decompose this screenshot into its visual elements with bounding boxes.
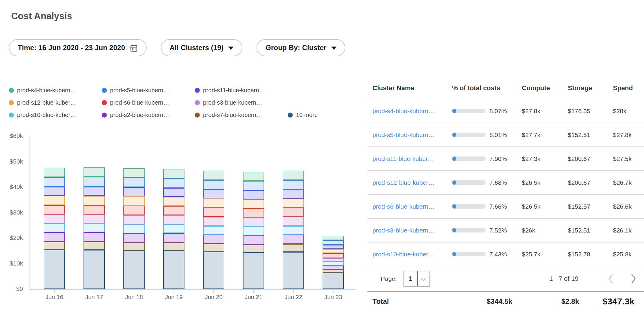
bar-segment-prod-s4-blue-kubern-jun-22[interactable]: [283, 171, 304, 180]
bar-segment-prod-s10-blue-kuber-jun-17[interactable]: [84, 223, 105, 232]
bar-segment-prod-s6-blue-kubern-jun-18[interactable]: [123, 206, 145, 215]
legend-item-prod-s5-blue-kubern[interactable]: prod-s5-blue-kubern…: [102, 86, 195, 94]
bar-segment-prod-s2-blue-kubern-jun-16[interactable]: [44, 232, 65, 242]
bar-segment-prod-s12-blue-kuber-jun-17[interactable]: [84, 196, 105, 205]
cluster-name-link[interactable]: prod-s10-blue-kuber…: [372, 251, 452, 258]
bar-segment-prod-s3-blue-kubern-jun-18[interactable]: [123, 215, 145, 224]
bar-segment-prod-s11-blue-kubern-jun-18[interactable]: [123, 187, 145, 196]
bar-segment-prod-s4-blue-kubern-jun-21[interactable]: [243, 172, 264, 181]
previous-page-button[interactable]: [608, 274, 614, 284]
bar-segment-prod-s6-blue-kubern-jun-19[interactable]: [163, 206, 184, 215]
bar-segment-prod-s3-blue-kubern-jun-17[interactable]: [84, 215, 105, 223]
bar-segment-prod-s7-blue-kubern-jun-23[interactable]: [323, 269, 344, 273]
bar-segment-10-more-jun-17[interactable]: [84, 250, 105, 289]
bar-segment-prod-s11-blue-kubern-jun-16[interactable]: [44, 187, 65, 196]
bar-segment-prod-s7-blue-kubern-jun-19[interactable]: [163, 243, 184, 250]
time-range-button[interactable]: Time: 16 Jun 2020 - 23 Jun 2020: [9, 39, 147, 56]
bar-segment-prod-s5-blue-kubern-jun-17[interactable]: [84, 177, 105, 187]
bar-segment-prod-s7-blue-kubern-jun-20[interactable]: [203, 244, 224, 252]
bar-segment-prod-s5-blue-kubern-jun-20[interactable]: [203, 180, 224, 189]
bar-segment-prod-s3-blue-kubern-jun-22[interactable]: [283, 217, 304, 226]
cluster-name-link[interactable]: prod-s12-blue-kuber…: [372, 179, 452, 186]
bar-segment-prod-s6-blue-kubern-jun-21[interactable]: [243, 208, 264, 217]
cluster-name-link[interactable]: prod-s11-blue-kuber…: [372, 155, 452, 162]
bar-segment-prod-s11-blue-kubern-jun-22[interactable]: [283, 190, 304, 199]
bar-segment-prod-s7-blue-kubern-jun-18[interactable]: [123, 243, 145, 250]
legend-item-prod-s12-blue-kuber[interactable]: prod-s12-blue-kuber…: [9, 99, 102, 107]
bar-segment-prod-s5-blue-kubern-jun-23[interactable]: [323, 240, 344, 245]
bar-segment-prod-s4-blue-kubern-jun-19[interactable]: [163, 169, 184, 178]
bar-segment-prod-s3-blue-kubern-jun-23[interactable]: [323, 258, 344, 262]
bar-segment-prod-s4-blue-kubern-jun-18[interactable]: [123, 168, 145, 177]
legend-item-prod-s11-blue-kubern[interactable]: prod-s11-blue-kubern…: [195, 86, 288, 94]
bar-segment-prod-s12-blue-kuber-jun-20[interactable]: [203, 198, 224, 207]
bar-segment-prod-s7-blue-kubern-jun-17[interactable]: [84, 242, 105, 250]
cluster-name-link[interactable]: prod-s6-blue-kubern…: [372, 203, 452, 210]
bar-segment-prod-s11-blue-kubern-jun-23[interactable]: [323, 245, 344, 249]
bar-segment-prod-s2-blue-kubern-jun-22[interactable]: [283, 235, 304, 244]
bar-segment-prod-s6-blue-kubern-jun-16[interactable]: [44, 205, 65, 215]
bar-segment-prod-s3-blue-kubern-jun-20[interactable]: [203, 217, 224, 226]
bar-segment-10-more-jun-19[interactable]: [163, 250, 184, 289]
legend-item-prod-s6-blue-kubern[interactable]: prod-s6-blue-kubern…: [102, 99, 195, 107]
legend-item-prod-s2-blue-kubern[interactable]: prod-s2-blue-kubern…: [102, 111, 195, 119]
bar-segment-prod-s12-blue-kuber-jun-21[interactable]: [243, 199, 264, 208]
cluster-filter-dropdown[interactable]: All Clusters (19): [161, 39, 243, 56]
bar-segment-prod-s4-blue-kubern-jun-16[interactable]: [44, 168, 65, 177]
legend-item-prod-s7-blue-kubern[interactable]: prod-s7-blue-kubern…: [195, 111, 288, 119]
bar-segment-prod-s4-blue-kubern-jun-20[interactable]: [203, 171, 224, 180]
bar-segment-prod-s10-blue-kuber-jun-22[interactable]: [283, 226, 304, 235]
cluster-name-link[interactable]: prod-s3-blue-kubern…: [372, 227, 452, 234]
bar-segment-prod-s2-blue-kubern-jun-18[interactable]: [123, 233, 145, 243]
bar-segment-prod-s6-blue-kubern-jun-23[interactable]: [323, 253, 344, 258]
bar-segment-prod-s11-blue-kubern-jun-19[interactable]: [163, 188, 184, 197]
bar-segment-prod-s7-blue-kubern-jun-21[interactable]: [243, 245, 264, 252]
group-by-dropdown[interactable]: Group By: Cluster: [256, 39, 345, 56]
bar-segment-prod-s6-blue-kubern-jun-20[interactable]: [203, 207, 224, 217]
legend-item-prod-s10-blue-kuber[interactable]: prod-s10-blue-kuber…: [9, 111, 102, 119]
bar-segment-prod-s11-blue-kubern-jun-17[interactable]: [84, 187, 105, 196]
bar-segment-prod-s3-blue-kubern-jun-21[interactable]: [243, 217, 264, 226]
bar-segment-10-more-jun-21[interactable]: [243, 252, 264, 289]
bar-segment-prod-s10-blue-kuber-jun-21[interactable]: [243, 226, 264, 235]
bar-segment-prod-s12-blue-kuber-jun-22[interactable]: [283, 199, 304, 207]
bar-segment-prod-s11-blue-kubern-jun-20[interactable]: [203, 189, 224, 198]
bar-segment-prod-s10-blue-kuber-jun-18[interactable]: [123, 224, 145, 233]
bar-segment-prod-s6-blue-kubern-jun-17[interactable]: [84, 205, 105, 215]
cluster-name-link[interactable]: prod-s5-blue-kubern…: [372, 131, 452, 138]
bar-segment-prod-s12-blue-kuber-jun-18[interactable]: [123, 196, 145, 206]
bar-segment-prod-s4-blue-kubern-jun-23[interactable]: [323, 236, 344, 240]
legend-item-prod-s4-blue-kubern[interactable]: prod-s4-blue-kubern…: [9, 86, 102, 94]
bar-segment-10-more-jun-16[interactable]: [44, 250, 65, 289]
bar-segment-10-more-jun-18[interactable]: [123, 250, 145, 289]
bar-segment-prod-s2-blue-kubern-jun-21[interactable]: [243, 235, 264, 245]
bar-segment-prod-s12-blue-kuber-jun-19[interactable]: [163, 197, 184, 206]
bar-segment-prod-s4-blue-kubern-jun-17[interactable]: [84, 167, 105, 177]
bar-segment-prod-s2-blue-kubern-jun-23[interactable]: [323, 266, 344, 269]
bar-segment-prod-s12-blue-kuber-jun-23[interactable]: [323, 249, 344, 253]
bar-segment-prod-s11-blue-kubern-jun-21[interactable]: [243, 190, 264, 199]
bar-segment-10-more-jun-22[interactable]: [283, 252, 304, 289]
page-select[interactable]: 1: [403, 271, 430, 287]
legend-item-10-more[interactable]: 10 more: [288, 111, 318, 119]
bar-segment-prod-s2-blue-kubern-jun-17[interactable]: [84, 232, 105, 242]
bar-segment-prod-s5-blue-kubern-jun-19[interactable]: [163, 178, 184, 188]
bar-segment-prod-s5-blue-kubern-jun-21[interactable]: [243, 181, 264, 190]
bar-segment-10-more-jun-23[interactable]: [323, 273, 344, 289]
legend-item-prod-s3-blue-kubern[interactable]: prod-s3-blue-kubern…: [195, 99, 288, 107]
bar-segment-prod-s3-blue-kubern-jun-16[interactable]: [44, 215, 65, 224]
bar-segment-prod-s2-blue-kubern-jun-19[interactable]: [163, 233, 184, 243]
bar-segment-prod-s10-blue-kuber-jun-23[interactable]: [323, 262, 344, 265]
bar-segment-10-more-jun-20[interactable]: [203, 252, 224, 289]
cluster-name-link[interactable]: prod-s4-blue-kubern…: [372, 108, 452, 115]
bar-segment-prod-s12-blue-kuber-jun-16[interactable]: [44, 196, 65, 205]
next-page-button[interactable]: [631, 274, 636, 284]
bar-segment-prod-s7-blue-kubern-jun-22[interactable]: [283, 244, 304, 252]
bar-segment-prod-s10-blue-kuber-jun-20[interactable]: [203, 226, 224, 235]
bar-segment-prod-s3-blue-kubern-jun-19[interactable]: [163, 215, 184, 224]
bar-segment-prod-s5-blue-kubern-jun-16[interactable]: [44, 177, 65, 187]
bar-segment-prod-s5-blue-kubern-jun-18[interactable]: [123, 177, 145, 187]
bar-segment-prod-s10-blue-kuber-jun-19[interactable]: [163, 224, 184, 233]
bar-segment-prod-s2-blue-kubern-jun-20[interactable]: [203, 235, 224, 244]
bar-segment-prod-s7-blue-kubern-jun-16[interactable]: [44, 242, 65, 250]
